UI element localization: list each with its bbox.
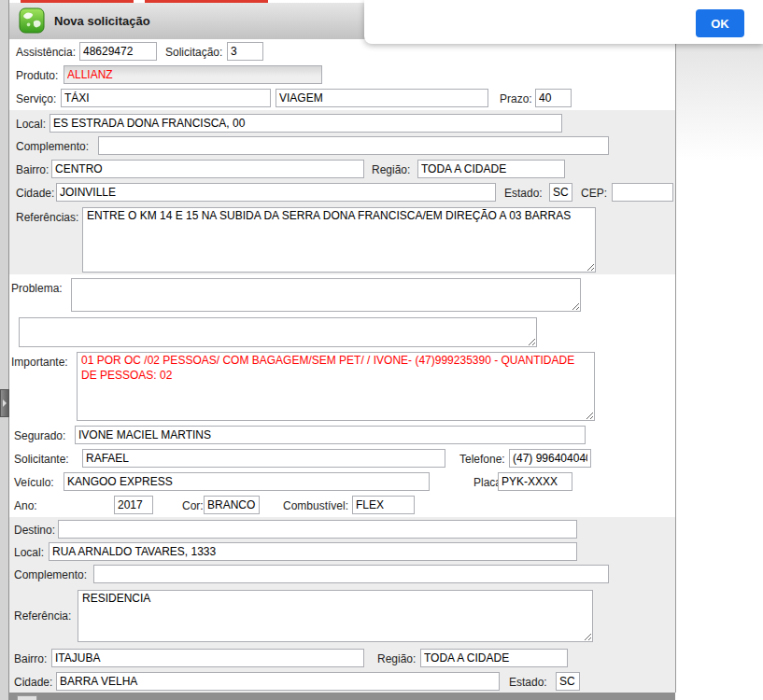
- combustivel-label: Combustível:: [283, 496, 348, 516]
- solicitante-label: Solicitante:: [14, 449, 69, 469]
- destino-referencia-textarea[interactable]: RESIDENCIA: [78, 590, 593, 642]
- referencias-label: Referências:: [16, 207, 78, 228]
- destino-label: Destino:: [14, 520, 55, 540]
- combustivel-input[interactable]: [352, 496, 415, 514]
- left-edge-strip: [0, 0, 9, 700]
- assistencia-label: Assistência:: [16, 42, 76, 63]
- problema-label: Problema:: [11, 278, 63, 299]
- prazo-input[interactable]: [535, 89, 572, 107]
- destino-cidade-label: Cidade:: [14, 672, 52, 693]
- regiao-label: Região:: [372, 160, 410, 180]
- servico-tipo-input[interactable]: [276, 89, 488, 107]
- cor-input[interactable]: [204, 496, 260, 514]
- destino-regiao-input[interactable]: [420, 649, 568, 667]
- bottom-partial-button: [17, 695, 37, 700]
- cep-input[interactable]: [612, 183, 673, 202]
- cep-label: CEP:: [581, 183, 607, 203]
- complemento-label: Complemento:: [16, 136, 89, 157]
- servico-input[interactable]: [61, 89, 271, 107]
- solicitacao-input[interactable]: [227, 42, 263, 61]
- destino-bairro-label: Bairro:: [14, 649, 47, 669]
- placa-input[interactable]: [498, 472, 572, 491]
- bairro-input[interactable]: [51, 160, 364, 178]
- destino-regiao-label: Região:: [377, 649, 416, 669]
- estado-label: Estado:: [504, 183, 543, 203]
- cor-label: Cor:: [182, 496, 204, 516]
- referencias-textarea[interactable]: ENTRE O KM 14 E 15 NA SUBIDA DA SERRA DO…: [82, 207, 596, 273]
- chevron-right-icon: [3, 399, 7, 407]
- complemento-input[interactable]: [98, 136, 609, 155]
- veiculo-label: Veículo:: [14, 472, 54, 493]
- telefone-input[interactable]: [509, 449, 591, 468]
- importante-label: Importante:: [11, 352, 68, 372]
- destino-complemento-label: Complemento:: [14, 565, 87, 585]
- destino-local-input[interactable]: [49, 542, 577, 561]
- assistencia-input[interactable]: [79, 42, 157, 61]
- destino-cidade-input[interactable]: [56, 672, 500, 691]
- browser-alert-dialog: OK: [364, 0, 763, 44]
- local-input[interactable]: [49, 114, 562, 133]
- prazo-label: Prazo:: [500, 89, 532, 109]
- segurado-input[interactable]: [75, 426, 586, 444]
- panel-right-border: [675, 39, 676, 693]
- ano-input[interactable]: [114, 496, 153, 514]
- regiao-input[interactable]: [417, 160, 565, 178]
- observacao-textarea[interactable]: [19, 317, 537, 347]
- veiculo-input[interactable]: [64, 472, 430, 491]
- servico-label: Serviço:: [16, 89, 56, 109]
- window-title: Nova solicitação: [54, 3, 150, 39]
- destino-complemento-input[interactable]: [93, 565, 609, 583]
- page-background: [676, 39, 763, 700]
- globe-icon: [19, 7, 45, 34]
- telefone-label: Telefone:: [459, 449, 505, 469]
- local-label: Local:: [16, 114, 46, 134]
- cidade-label: Cidade:: [16, 183, 54, 203]
- importante-textarea[interactable]: 01 POR OC /02 PESSOAS/ COM BAGAGEM/SEM P…: [77, 352, 595, 421]
- destino-estado-label: Estado:: [509, 672, 547, 693]
- problema-textarea[interactable]: [71, 278, 581, 312]
- segurado-label: Segurado:: [14, 426, 65, 446]
- destino-referencia-label: Referência:: [14, 606, 71, 626]
- ano-label: Ano:: [14, 496, 37, 516]
- destino-input[interactable]: [58, 520, 577, 539]
- solicitante-input[interactable]: [82, 449, 445, 468]
- produto-input[interactable]: [64, 65, 322, 84]
- produto-label: Produto:: [16, 65, 58, 86]
- destino-estado-input[interactable]: [556, 672, 580, 691]
- destino-local-label: Local:: [14, 542, 44, 563]
- bairro-label: Bairro:: [16, 160, 49, 180]
- solicitacao-label: Solicitação:: [165, 42, 222, 63]
- collapse-panel-toggle[interactable]: [0, 389, 9, 417]
- ok-button[interactable]: OK: [696, 9, 744, 37]
- estado-input[interactable]: [549, 183, 572, 202]
- destino-bairro-input[interactable]: [51, 649, 364, 667]
- bottom-bar: [9, 693, 675, 700]
- cidade-input[interactable]: [56, 183, 496, 202]
